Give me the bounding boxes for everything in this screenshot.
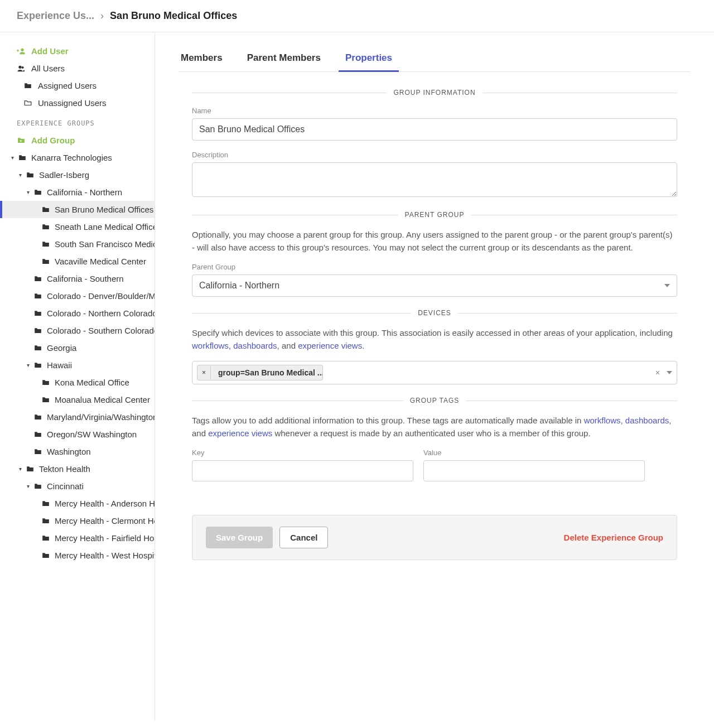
add-user-label: Add User [31, 46, 69, 56]
tree-item-tekton[interactable]: ▾Tekton Health [0, 460, 155, 478]
chip-body: group=San Bruno Medical ... [211, 365, 322, 380]
tag-value-label: Value [423, 449, 645, 457]
tree-label: California - Northern [47, 187, 122, 197]
clear-all-icon[interactable]: × [655, 368, 660, 377]
delete-group-link[interactable]: Delete Experience Group [564, 533, 663, 542]
add-group-label: Add Group [31, 136, 75, 145]
workflows-link[interactable]: workflows [584, 416, 621, 425]
main-content: Members Parent Members Properties GROUP … [155, 32, 714, 721]
section-group-info: GROUP INFORMATION [192, 89, 677, 97]
name-input[interactable] [192, 118, 677, 141]
experience-views-link[interactable]: experience views [208, 428, 272, 438]
folder-icon [41, 206, 51, 214]
chip-remove-icon[interactable]: × [197, 366, 211, 379]
caret-down-icon[interactable]: ▾ [25, 362, 31, 368]
all-users-link[interactable]: All Users [0, 60, 155, 77]
caret-down-icon[interactable]: ▾ [25, 483, 31, 489]
tab-parent-members[interactable]: Parent Members [245, 48, 323, 71]
tree-label: Hawaii [47, 360, 72, 370]
tree-item-oregon[interactable]: Oregon/SW Washington [0, 426, 155, 443]
breadcrumb-current: San Bruno Medical Offices [110, 10, 237, 21]
folder-icon [33, 483, 44, 490]
tree-label: Sneath Lane Medical Offices [55, 222, 155, 232]
cancel-button[interactable]: Cancel [279, 527, 328, 548]
tree-item-georgia[interactable]: Georgia [0, 339, 155, 356]
folder-icon [23, 82, 33, 90]
folder-icon [41, 534, 51, 542]
tree-item-sadler[interactable]: ▾Sadler-Isberg [0, 166, 155, 184]
folder-icon [41, 258, 51, 266]
section-group-tags: GROUP TAGS [192, 397, 677, 404]
tag-value-input[interactable] [423, 460, 645, 481]
folder-icon [41, 240, 51, 248]
tree-label: Colorado - Denver/Boulder/Mountain [47, 291, 155, 301]
tree-item-cincinnati[interactable]: ▾Cincinnati [0, 478, 155, 495]
tree-item-moanalua[interactable]: Moanalua Medical Center [0, 391, 155, 408]
experience-views-link[interactable]: experience views [298, 341, 362, 350]
tree-item-hawaii[interactable]: ▾Hawaii [0, 356, 155, 374]
workflows-link[interactable]: workflows [192, 341, 229, 350]
folder-icon [33, 292, 44, 300]
description-input[interactable] [192, 162, 677, 197]
name-label: Name [192, 107, 677, 115]
tree-item-mercy-clermont[interactable]: Mercy Health - Clermont Hospital [0, 512, 155, 529]
folder-icon [41, 379, 51, 387]
tree-item-kona[interactable]: Kona Medical Office [0, 374, 155, 391]
tree-item-mvw[interactable]: Maryland/Virginia/Washington [0, 408, 155, 426]
add-group-button[interactable]: Add Group [0, 132, 155, 149]
unassigned-users-link[interactable]: Unassigned Users [0, 94, 155, 112]
breadcrumb-parent[interactable]: Experience Us... [17, 10, 94, 21]
tree-item-san-bruno[interactable]: San Bruno Medical Offices [0, 201, 155, 218]
folder-icon [33, 189, 44, 196]
tree-label: Colorado - Southern Colorado [47, 326, 155, 335]
save-button[interactable]: Save Group [206, 527, 273, 548]
tab-properties[interactable]: Properties [343, 48, 394, 71]
breadcrumb-separator: › [100, 10, 104, 21]
assigned-users-label: Assigned Users [38, 81, 97, 90]
tree-item-cal-south[interactable]: California - Southern [0, 270, 155, 287]
dashboards-link[interactable]: dashboards [233, 341, 277, 350]
parent-group-select[interactable]: California - Northern [192, 274, 677, 297]
section-parent-group: PARENT GROUP [192, 211, 677, 219]
tree-item-mercy-west[interactable]: Mercy Health - West Hospital [0, 547, 155, 564]
tree-item-ssf[interactable]: South San Francisco Medical Offices [0, 235, 155, 253]
tree-label: Sadler-Isberg [39, 170, 89, 180]
add-user-icon [17, 47, 27, 56]
tree-label: Mercy Health - West Hospital [55, 551, 155, 560]
tree-item-kanarra[interactable]: ▾Kanarra Technologies [0, 149, 155, 166]
caret-down-icon[interactable]: ▾ [9, 155, 16, 161]
tree-label: Mercy Health - Anderson Hospital [55, 499, 155, 508]
tree-item-mercy-anderson[interactable]: Mercy Health - Anderson Hospital [0, 495, 155, 512]
tree-item-vacaville[interactable]: Vacaville Medical Center [0, 253, 155, 270]
caret-down-icon[interactable]: ▾ [25, 189, 31, 195]
dashboards-link[interactable]: dashboards [625, 416, 669, 425]
caret-down-icon[interactable]: ▾ [17, 172, 23, 178]
tree-item-mercy-fairfield[interactable]: Mercy Health - Fairfield Hospital [0, 529, 155, 547]
folder-icon [18, 154, 28, 162]
tag-key-input[interactable] [192, 460, 413, 481]
caret-down-icon[interactable]: ▾ [17, 466, 23, 472]
tree-item-washington[interactable]: Washington [0, 443, 155, 460]
add-user-button[interactable]: Add User [0, 42, 155, 60]
svg-point-0 [21, 48, 23, 51]
svg-point-4 [22, 66, 24, 69]
folder-icon [33, 413, 44, 421]
tree-label: Kanarra Technologies [31, 153, 112, 162]
breadcrumb: Experience Us... › San Bruno Medical Off… [17, 10, 697, 22]
tree-item-co-south[interactable]: Colorado - Southern Colorado [0, 322, 155, 339]
device-chip: × group=San Bruno Medical ... [197, 365, 323, 380]
tree-item-co-north[interactable]: Colorado - Northern Colorado [0, 305, 155, 322]
svg-rect-2 [17, 50, 19, 51]
experience-groups-header: EXPERIENCE GROUPS [0, 112, 155, 132]
tab-members[interactable]: Members [178, 48, 225, 71]
folder-icon [41, 396, 51, 404]
tree-label: Moanalua Medical Center [55, 395, 150, 404]
devices-select[interactable]: × group=San Bruno Medical ... × [192, 361, 677, 384]
chevron-down-icon [667, 371, 672, 374]
folder-icon [33, 361, 44, 369]
tree-item-sneath[interactable]: Sneath Lane Medical Offices [0, 218, 155, 235]
tree-item-cal-north[interactable]: ▾California - Northern [0, 184, 155, 201]
tree-item-co-denver[interactable]: Colorado - Denver/Boulder/Mountain [0, 287, 155, 305]
folder-outline-icon [23, 99, 33, 107]
assigned-users-link[interactable]: Assigned Users [0, 77, 155, 94]
